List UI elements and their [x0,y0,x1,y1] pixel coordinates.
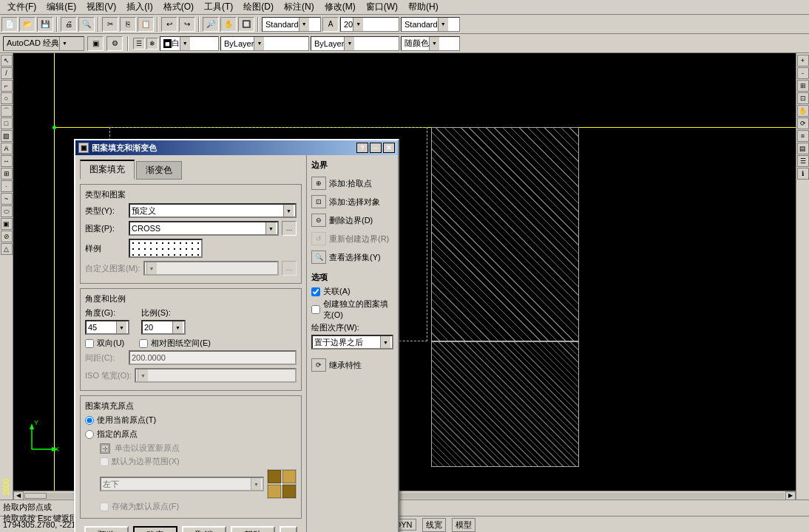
tb-ws1[interactable]: ▣ [87,36,104,51]
tab-hatch[interactable]: 图案填充 [80,160,135,180]
lt-arc[interactable]: ⌒ [1,105,13,117]
tb-print[interactable]: 🖨 [61,17,77,32]
rt-zoom-all[interactable]: ⊡ [797,92,809,104]
workspace-dropdown[interactable]: AutoCAD 经典 ▼ [3,36,84,51]
status-lw[interactable]: 线宽 [422,518,446,532]
rt-orbit[interactable]: ⟳ [797,117,809,129]
tb-layer[interactable]: ☰ [133,38,145,50]
menu-dimension[interactable]: 标注(N) [280,0,319,15]
help-btn[interactable]: 帮助 [231,526,275,532]
next-btn[interactable]: ▶ [280,526,297,532]
lt-wipeout[interactable]: ⊘ [1,231,13,242]
menu-view[interactable]: 视图(V) [82,0,121,15]
radio-specify[interactable] [85,430,94,439]
default-boundary-checkbox[interactable] [100,457,109,466]
lt-spline[interactable]: ~ [1,193,13,205]
h-scroll-thumb[interactable] [24,493,47,499]
preview-btn[interactable]: 预览 [84,526,129,532]
tb-freeze[interactable]: ❄ [146,38,158,50]
menu-edit[interactable]: 编辑(E) [42,0,81,15]
rt-toolpalette[interactable]: ▤ [797,143,809,154]
menu-window[interactable]: 窗口(W) [362,0,402,15]
type-select[interactable]: 预定义 ▼ [129,203,297,218]
draw-order-select[interactable]: 置于边界之后 ▼ [311,335,393,349]
spacing-row: 间距(C): 200.0000 [85,350,297,365]
scroll-right-btn[interactable]: ▶ [785,491,796,500]
browse-btn[interactable]: … [282,221,297,236]
tb-ws2[interactable]: ⚙ [106,36,123,51]
dialog-minimize-btn[interactable]: ─ [370,143,382,153]
plotstyle-dropdown[interactable]: 随颜色 ▼ [401,36,460,51]
rt-layers[interactable]: ☰ [797,155,809,167]
angle-select[interactable]: 45 ▼ [85,320,129,335]
lt-polyline[interactable]: ⌐ [1,80,13,92]
tb-open[interactable]: 📂 [19,17,35,32]
add-select-btn[interactable]: ⊡ 添加:选择对象 [311,195,393,208]
tb-3d[interactable]: 🔲 [238,17,254,32]
add-pick-btn[interactable]: ⊕ 添加:拾取点 [311,177,393,190]
rt-zoom-in[interactable]: + [797,55,809,66]
menu-format[interactable]: 格式(O) [159,0,198,15]
lt-circle[interactable]: ○ [1,92,13,104]
independent-checkbox[interactable] [311,305,320,314]
style-dropdown[interactable]: Standard▼ [262,17,321,32]
menu-file[interactable]: 文件(F) [3,0,41,15]
scale-select[interactable]: 20 ▼ [141,320,186,335]
rt-pan[interactable]: ✋ [797,105,809,117]
status-model[interactable]: 模型 [452,518,475,532]
save-default-checkbox[interactable] [100,502,109,511]
tb-zoom[interactable]: 🔎 [203,17,219,32]
lt-hatch[interactable]: ▨ [1,130,13,142]
rt-zoom-window[interactable]: ⊞ [797,80,809,92]
radio-current-origin: 使用当前原点(T) [85,415,297,426]
rt-info[interactable]: ℹ [797,168,809,180]
menu-tools[interactable]: 工具(T) [200,0,237,15]
lt-3dface[interactable]: △ [1,243,13,255]
rt-properties[interactable]: ≡ [797,130,809,142]
pattern-select[interactable]: CROSS ▼ [129,221,279,236]
associative-checkbox[interactable] [311,287,320,296]
cancel-btn[interactable]: 取消 [182,526,226,532]
menu-draw[interactable]: 绘图(D) [239,0,278,15]
rt-zoom-out[interactable]: - [797,67,809,79]
view-selection-btn[interactable]: 🔍 查看选择集(Y) [311,250,393,264]
scroll-left-btn[interactable]: ◀ [13,491,24,500]
tb-paste[interactable]: 📋 [138,17,154,32]
tb-undo[interactable]: ↩ [161,17,177,32]
radio-current[interactable] [85,416,94,425]
dialog-close-btn[interactable]: ✕ [383,143,395,153]
double-checkbox[interactable] [85,339,94,348]
lt-text[interactable]: A [1,143,13,154]
lt-line[interactable]: / [1,67,13,79]
menu-insert[interactable]: 插入(I) [122,0,157,15]
inherit-btn[interactable]: ⟳ 继承特性 [311,358,393,372]
linetype-dropdown[interactable]: ByLayer ▼ [220,36,309,51]
tb-redo[interactable]: ↪ [179,17,195,32]
tab-gradient[interactable]: 渐变色 [136,161,182,180]
tb-pan[interactable]: ✋ [220,17,237,32]
ok-btn[interactable]: 确定 [133,526,177,532]
tb-preview[interactable]: 🔍 [78,17,95,32]
tb-new[interactable]: 📄 [1,17,18,32]
lt-dim[interactable]: ↔ [1,155,13,167]
style2-dropdown[interactable]: Standard▼ [401,17,460,32]
lt-point[interactable]: · [1,180,13,192]
size-dropdown[interactable]: 20▼ [340,17,399,32]
color-dropdown[interactable]: ■ 白 ▼ [160,36,219,51]
lt-rect[interactable]: □ [1,117,13,129]
click-set-icon[interactable]: ⊹ [100,443,110,454]
menu-modify[interactable]: 修改(M) [320,0,360,15]
lt-block[interactable]: ⊞ [1,168,13,180]
tb-copy[interactable]: ⎘ [120,17,136,32]
tb-style1[interactable]: A [322,17,339,32]
relative-checkbox[interactable] [139,339,148,348]
menu-help[interactable]: 帮助(H) [404,0,443,15]
lt-region[interactable]: ▣ [1,218,13,230]
remove-boundary-btn[interactable]: ⊖ 删除边界(D) [311,214,393,227]
lineweight-dropdown[interactable]: ByLayer ▼ [311,36,399,51]
tb-save[interactable]: 💾 [37,17,53,32]
lt-select[interactable]: ↖ [1,55,13,66]
tb-cut[interactable]: ✂ [102,17,118,32]
dialog-help-btn[interactable]: ? [356,143,368,153]
lt-ellipse[interactable]: ⬭ [1,205,13,217]
